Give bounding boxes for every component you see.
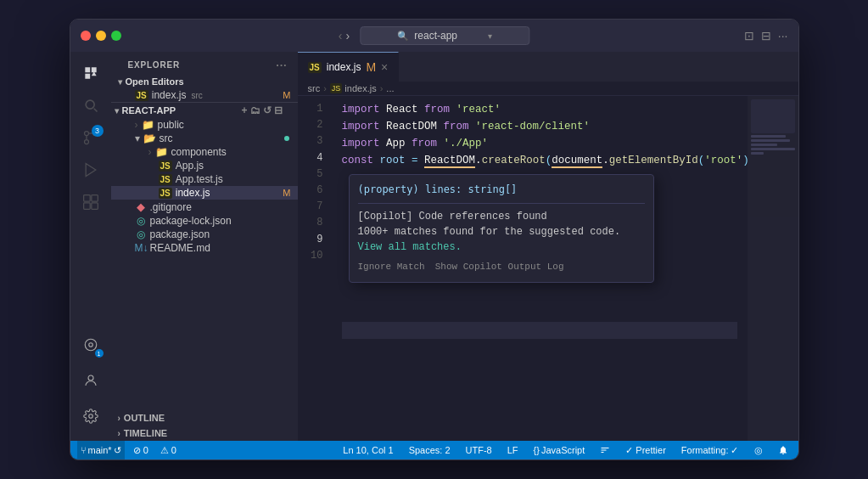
- extensions-icon[interactable]: [76, 188, 105, 217]
- source-control-badge: 3: [92, 125, 104, 137]
- spaces-label: Spaces: 2: [409, 445, 451, 455]
- package-json-label: package.json: [150, 228, 210, 240]
- src-folder[interactable]: ▾ 📂 src: [111, 132, 298, 145]
- outline-section[interactable]: › OUTLINE: [111, 410, 298, 425]
- show-output-log-action[interactable]: Show Copilot Output Log: [435, 260, 564, 275]
- settings-icon[interactable]: [76, 402, 105, 431]
- open-editors-chevron: ▾: [118, 77, 122, 87]
- hover-popup-actions: Ignore Match Show Copilot Output Log: [358, 260, 645, 275]
- source-control-icon[interactable]: 3: [76, 123, 105, 152]
- tabs-bar: JS index.js M ×: [298, 52, 798, 82]
- minimize-button[interactable]: [96, 31, 106, 41]
- errors-item[interactable]: ⊘ 0: [130, 441, 152, 459]
- code-line-8: [342, 288, 737, 305]
- app-test-js-label: App.test.js: [176, 173, 223, 185]
- language-label: JavaScript: [541, 445, 585, 455]
- breadcrumb-filename[interactable]: index.js: [344, 83, 376, 93]
- titlebar-center: ‹ › 🔍 react-app ▾: [339, 26, 529, 45]
- encoding-item[interactable]: UTF-8: [462, 441, 496, 459]
- timeline-section[interactable]: › TIMELINE: [111, 425, 298, 441]
- new-file-icon[interactable]: +: [241, 104, 247, 116]
- close-button[interactable]: [81, 31, 91, 41]
- tab-filename: index.js: [327, 61, 361, 73]
- status-left: ⑂ main* ↺ ⊘ 0 ⚠ 0: [77, 441, 181, 459]
- public-folder-icon: 📁: [142, 119, 154, 131]
- traffic-lights: [81, 31, 121, 41]
- layout-icon[interactable]: ⊟: [761, 29, 771, 42]
- forward-arrow[interactable]: ›: [346, 29, 350, 42]
- warnings-item[interactable]: ⚠ 0: [157, 441, 180, 459]
- code-editor[interactable]: 1 2 3 4 5 6 7 8 9 10 import React from '…: [298, 96, 748, 441]
- maximize-button[interactable]: [111, 31, 121, 41]
- language-item[interactable]: {} JavaScript: [530, 441, 589, 459]
- index-modified: M: [283, 188, 290, 198]
- public-folder[interactable]: › 📁 public: [111, 118, 298, 132]
- readme-file[interactable]: M↓ README.md: [111, 241, 298, 255]
- refresh-icon[interactable]: ↺: [263, 104, 272, 116]
- format-icon-item[interactable]: [596, 441, 613, 459]
- app-test-js-file[interactable]: JS App.test.js: [111, 172, 298, 186]
- svg-point-0: [86, 100, 94, 109]
- remote-icon[interactable]: 1: [76, 330, 105, 359]
- code-line-2: import ReactDOM from 'react-dom/client': [342, 118, 737, 135]
- package-lock-icon: ◎: [135, 215, 147, 227]
- formatting-item[interactable]: Formatting: ✓: [678, 441, 742, 459]
- index-js-file[interactable]: JS index.js M: [111, 186, 298, 200]
- open-editors-title[interactable]: ▾ Open Editors: [111, 75, 298, 88]
- more-icon[interactable]: ···: [778, 29, 788, 42]
- minimap-code-region: [751, 99, 795, 133]
- run-debug-icon[interactable]: [76, 155, 105, 184]
- errors-label: ⊘ 0: [133, 445, 148, 456]
- package-json-file[interactable]: ◎ package.json: [111, 228, 298, 241]
- split-editor-icon[interactable]: ⊡: [744, 29, 754, 42]
- open-editor-index-js[interactable]: JS index.js src M: [111, 88, 298, 102]
- ignore-match-action[interactable]: Ignore Match: [358, 260, 425, 275]
- components-chevron: ›: [148, 146, 152, 158]
- tab-index-js[interactable]: JS index.js M ×: [298, 52, 400, 82]
- breadcrumb-src[interactable]: src: [308, 83, 321, 93]
- position-item[interactable]: Ln 10, Col 1: [339, 441, 396, 459]
- hover-popup-divider: [358, 203, 645, 204]
- app-js-label: App.js: [176, 160, 204, 172]
- branch-item[interactable]: ⑂ main* ↺: [77, 441, 125, 459]
- js-file-icon: JS: [135, 90, 148, 101]
- titlebar: ‹ › 🔍 react-app ▾ ⊡ ⊟ ···: [70, 20, 798, 52]
- warnings-label: ⚠ 0: [160, 445, 176, 456]
- activity-bar: 3 1: [70, 52, 111, 441]
- src-folder-icon: 📂: [143, 132, 156, 144]
- spaces-item[interactable]: Spaces: 2: [406, 441, 454, 459]
- breadcrumb-ellipsis[interactable]: ...: [386, 83, 394, 93]
- react-app-title[interactable]: ▾ REACT-APP + 🗂 ↺ ⊟: [111, 103, 298, 118]
- svg-marker-7: [86, 164, 96, 177]
- src-label: src: [160, 132, 173, 144]
- explorer-icon[interactable]: [76, 59, 105, 87]
- search-activity-icon[interactable]: [76, 91, 105, 120]
- package-lock-file[interactable]: ◎ package-lock.json: [111, 214, 298, 228]
- line-ending-label: LF: [507, 445, 518, 455]
- code-content[interactable]: import React from 'react' import ReactDO…: [332, 96, 748, 441]
- gitignore-file[interactable]: ◆ .gitignore: [111, 200, 298, 214]
- app-js-file[interactable]: JS App.js: [111, 159, 298, 172]
- back-arrow[interactable]: ‹: [339, 29, 343, 42]
- prettier-item[interactable]: ✓ Prettier: [622, 441, 669, 459]
- new-folder-icon[interactable]: 🗂: [250, 104, 260, 116]
- bell-icon[interactable]: [775, 441, 792, 459]
- svg-point-4: [84, 132, 88, 136]
- react-app-chevron: ▾: [115, 106, 119, 116]
- components-folder[interactable]: › 📁 components: [111, 145, 298, 159]
- search-bar[interactable]: 🔍 react-app ▾: [360, 26, 529, 45]
- position-label: Ln 10, Col 1: [343, 445, 393, 455]
- tab-close-button[interactable]: ×: [381, 61, 388, 73]
- view-all-link[interactable]: View all matches.: [358, 241, 462, 253]
- breadcrumb: src › JS index.js › ...: [298, 82, 798, 96]
- bc-js-icon: JS: [330, 83, 343, 93]
- collapse-icon[interactable]: ⊟: [274, 104, 283, 116]
- sidebar-header-icons: ···: [276, 59, 287, 71]
- line-ending-item[interactable]: LF: [504, 441, 522, 459]
- more-options-icon[interactable]: ···: [276, 59, 287, 71]
- copilot-status-icon[interactable]: ◎: [751, 441, 766, 459]
- react-app-actions: + 🗂 ↺ ⊟: [241, 104, 287, 116]
- line-numbers: 1 2 3 4 5 6 7 8 9 10: [298, 96, 332, 441]
- account-icon[interactable]: [76, 366, 105, 395]
- app-test-js-icon: JS: [159, 174, 172, 185]
